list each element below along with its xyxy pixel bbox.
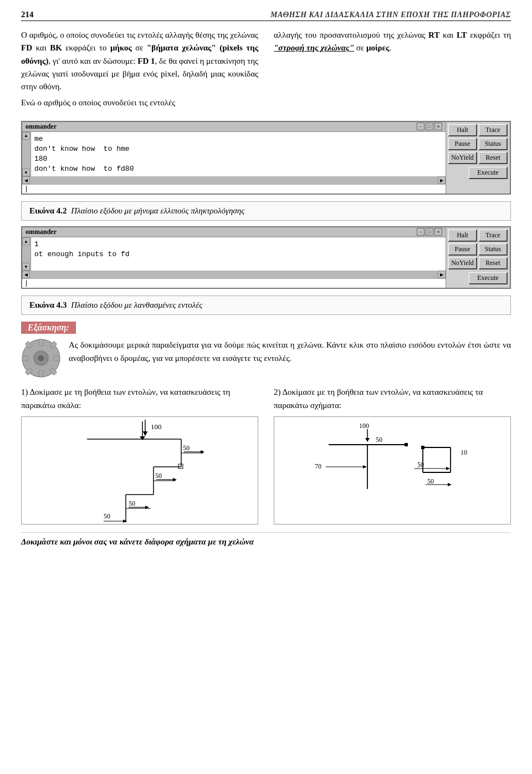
numbered-exercises: 1) Δοκίμασε με τη βοήθεια των εντολών, ν…	[21, 386, 511, 525]
commander-title-2: ommander	[25, 228, 57, 236]
scroll-up-2[interactable]: ▲	[22, 237, 30, 245]
exercise-1: 1) Δοκίμασε με τη βοήθεια των εντολών, ν…	[21, 386, 258, 525]
commander-left-panel-1: ommander - □ × ▲ ▼ me don't know how to …	[22, 122, 446, 194]
commander-bottom-2: ◀ ▶	[22, 271, 446, 278]
scroll-right-2[interactable]: ▶	[438, 271, 446, 278]
svg-marker-50	[446, 467, 450, 470]
reset-btn-1[interactable]: Reset	[479, 152, 508, 164]
exercise-header-row: Εξάσκηση:	[21, 322, 511, 334]
commander-right-panel-1: Halt Trace Pause Status NoYield Reset Ex…	[446, 122, 510, 194]
page: 214 ΜΑΘΗΣΗ ΚΑΙ ΔΙΔΑΣΚΑΛΙΑ ΣΤΗΝ ΕΠΟΧΗ ΤΗΣ…	[0, 0, 532, 563]
pause-btn-1[interactable]: Pause	[448, 138, 477, 150]
svg-rect-56	[421, 446, 424, 449]
scroll-track-v-2	[22, 245, 30, 263]
svg-text:50: 50	[376, 436, 382, 444]
scroll-left-2[interactable]: ◀	[22, 271, 30, 278]
execute-btn-1[interactable]: Execute	[469, 167, 508, 179]
svg-text:50: 50	[155, 472, 162, 480]
execute-row-1: Execute	[448, 167, 508, 179]
commander-title-1: ommander	[25, 123, 57, 131]
halt-btn-1[interactable]: Halt	[448, 124, 477, 136]
scroll-down-2[interactable]: ▼	[22, 263, 30, 271]
minimize-btn-1[interactable]: -	[417, 123, 424, 130]
shapes-drawing: 100 70 50 50	[274, 416, 511, 525]
footer-text: Δοκιμάστε και μόνοι σας να κάνετε διάφορ…	[21, 532, 511, 547]
execute-row-2: Execute	[448, 272, 508, 284]
exercise-section: Εξάσκηση:	[21, 322, 511, 378]
svg-text:50: 50	[104, 512, 110, 520]
page-number: 214	[21, 10, 34, 19]
execute-btn-2[interactable]: Execute	[469, 272, 508, 284]
scrollbar-v-2[interactable]: ▲ ▼	[22, 237, 31, 271]
intro-left-text: Ο αριθμός, ο οποίος συνοδεύει τις εντολέ…	[21, 29, 258, 93]
commander-output-1: me don't know how to hme 180 don't know …	[31, 132, 446, 177]
scroll-track-v-1	[22, 140, 30, 169]
scroll-up-1[interactable]: ▲	[22, 132, 30, 140]
commander-left-panel-2: ommander - □ × ▲ ▼ 1 ot enough inputs to…	[22, 227, 446, 288]
status-btn-1[interactable]: Status	[479, 138, 508, 150]
noyield-btn-2[interactable]: NoYield	[448, 257, 477, 269]
commander-bottom-1: ◀ ▶	[22, 176, 446, 184]
figure1-label: Εικόνα 4.2	[29, 206, 67, 215]
halt-btn-2[interactable]: Halt	[448, 230, 477, 242]
exercise-text: Ας δοκιμάσουμε μερικά παραδείγματα για ν…	[69, 338, 511, 365]
svg-text:10: 10	[461, 449, 467, 456]
btn-row-halt-trace-2: Halt Trace	[448, 230, 508, 242]
output-line-2-2: ot enough inputs to fd	[34, 249, 442, 259]
figure1-description: Πλαίσιο εξόδου με μήνυμα ελλιπούς πληκτρ…	[69, 206, 244, 215]
scrollbar-v-1[interactable]: ▲ ▼	[22, 132, 31, 177]
svg-rect-5	[22, 356, 29, 360]
trace-btn-2[interactable]: Trace	[479, 230, 508, 242]
exercise-2-label: 2) Δοκίμασε με τη βοήθεια των εντολών, ν…	[274, 386, 511, 412]
scroll-left-1[interactable]: ◀	[22, 176, 30, 184]
svg-marker-28	[140, 436, 145, 440]
reset-btn-2[interactable]: Reset	[479, 257, 508, 269]
close-btn-2[interactable]: ×	[434, 228, 442, 236]
maximize-btn-2[interactable]: □	[426, 228, 433, 236]
exercise-label: Εξάσκηση:	[21, 322, 76, 334]
exercise-1-label: 1) Δοκίμασε με τη βοήθεια των εντολών, ν…	[21, 386, 258, 412]
btn-row-noyield-reset-2: NoYield Reset	[448, 257, 508, 269]
figure2-description: Πλαίσιο εξόδου με λανθασμένες εντολές	[69, 301, 202, 309]
scroll-right-1[interactable]: ▶	[438, 176, 446, 184]
output-line-1-2: don't know how to hme	[34, 144, 442, 154]
svg-marker-36	[123, 520, 127, 523]
svg-text:100: 100	[359, 422, 369, 430]
svg-marker-45	[363, 465, 367, 469]
commander-output-area-1: ▲ ▼ me don't know how to hme 180 don't k…	[22, 132, 446, 177]
commander-output-2: 1 ot enough inputs to fd	[31, 237, 446, 271]
output-line-1-1: me	[34, 134, 442, 144]
figure2-label: Εικόνα 4.3	[29, 301, 67, 309]
status-btn-2[interactable]: Status	[479, 243, 508, 256]
intro-left-col: Ο αριθμός, ο οποίος συνοδεύει τις εντολέ…	[21, 29, 258, 113]
maximize-btn-1[interactable]: □	[426, 123, 433, 130]
scroll-track-h-2	[30, 271, 438, 278]
close-btn-1[interactable]: ×	[434, 123, 442, 130]
commander-input-2[interactable]: |	[22, 278, 446, 288]
svg-text:100: 100	[151, 422, 162, 431]
scroll-track-h-1	[30, 176, 438, 184]
commander-window-2: ommander - □ × ▲ ▼ 1 ot enough inputs to…	[21, 226, 511, 289]
commander-input-1[interactable]: |	[22, 184, 446, 194]
minimize-btn-2[interactable]: -	[417, 228, 424, 236]
pause-btn-2[interactable]: Pause	[448, 243, 477, 256]
btn-row-noyield-reset-1: NoYield Reset	[448, 152, 508, 164]
svg-point-11	[38, 355, 44, 361]
gear-icon	[21, 338, 61, 378]
commander-window-1: ommander - □ × ▲ ▼ me don't know how to …	[21, 121, 511, 195]
output-line-1-4: don't know how to fd80	[34, 164, 442, 174]
titlebar-controls-1: - □ ×	[417, 123, 442, 131]
svg-rect-4	[39, 370, 43, 377]
page-title-header: ΜΑΘΗΣΗ ΚΑΙ ΔΙΔΑΣΚΑΛΙΑ ΣΤΗΝ ΕΠΟΧΗ ΤΗΣ ΠΛΗ…	[270, 11, 511, 19]
input-cursor-2: |	[24, 279, 28, 287]
output-line-1-3: 180	[34, 154, 442, 164]
exercise-content: Ας δοκιμάσουμε μερικά παραδείγματα για ν…	[21, 338, 511, 378]
scroll-down-1[interactable]: ▼	[22, 169, 30, 176]
page-header: 214 ΜΑΘΗΣΗ ΚΑΙ ΔΙΔΑΣΚΑΛΙΑ ΣΤΗΝ ΕΠΟΧΗ ΤΗΣ…	[21, 10, 511, 21]
commander-right-panel-2: Halt Trace Pause Status NoYield Reset Ex…	[446, 227, 510, 288]
intro-right-col: αλλαγής του προσανατολισμού της χελώνας …	[274, 29, 511, 113]
staircase-drawing: 100 50 50	[21, 416, 258, 525]
svg-marker-40	[365, 438, 370, 442]
trace-btn-1[interactable]: Trace	[479, 124, 508, 136]
noyield-btn-1[interactable]: NoYield	[448, 152, 477, 164]
